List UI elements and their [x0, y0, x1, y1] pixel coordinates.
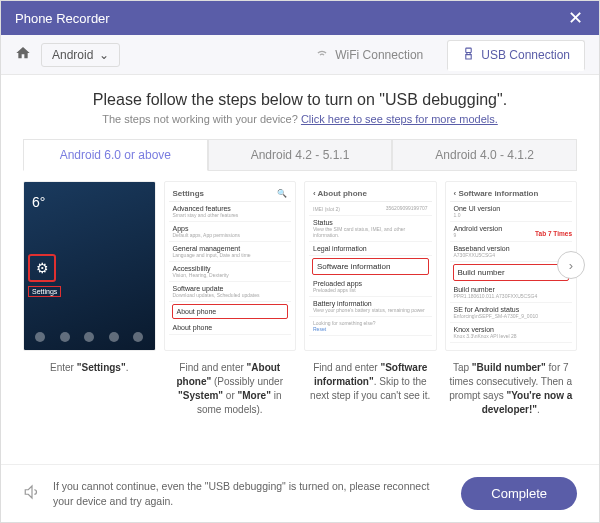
usb-label: USB Connection: [481, 48, 570, 62]
step-4: ‹ Software information One UI version1.0…: [445, 181, 578, 417]
chevron-down-icon: ⌄: [99, 48, 109, 62]
gear-icon: ⚙: [28, 254, 56, 282]
search-icon: 🔍: [277, 189, 287, 198]
step-1: 6° ⚙ Settings Enter "Settings".: [23, 181, 156, 375]
footer-note: If you cannot continue, even the "USB de…: [53, 479, 449, 508]
tap-7-label: Tab 7 Times: [535, 230, 572, 237]
tab-wifi-connection[interactable]: WiFi Connection: [301, 40, 437, 69]
step-4-caption: Tap "Build number" for 7 times consecuti…: [445, 361, 578, 417]
tab-android-6[interactable]: Android 6.0 or above: [23, 139, 208, 171]
tab-android-40[interactable]: Android 4.0 - 4.1.2: [392, 139, 577, 170]
step-3-screenshot: ‹ About phone IMEI (slot 2) 356209099199…: [304, 181, 437, 351]
step-3-caption: Find and enter "Software information". S…: [304, 361, 437, 403]
usb-icon: [462, 47, 475, 63]
window-title: Phone Recorder: [15, 11, 110, 26]
home-icon[interactable]: [15, 45, 31, 64]
tab-android-42[interactable]: Android 4.2 - 5.1.1: [208, 139, 393, 170]
close-icon[interactable]: ✕: [565, 7, 585, 29]
footer: If you cannot continue, even the "USB de…: [1, 464, 599, 522]
page-title: Please follow the steps below to turn on…: [23, 91, 577, 109]
subtitle: The steps not working with your device? …: [23, 113, 577, 125]
wifi-icon: [315, 46, 329, 63]
step-1-screenshot: 6° ⚙ Settings: [23, 181, 156, 351]
step-2-screenshot: Settings🔍 Advanced featuresSmart stay an…: [164, 181, 297, 351]
tab-usb-connection[interactable]: USB Connection: [447, 40, 585, 71]
titlebar: Phone Recorder ✕: [1, 1, 599, 35]
version-tabs: Android 6.0 or above Android 4.2 - 5.1.1…: [23, 139, 577, 171]
device-select[interactable]: Android ⌄: [41, 43, 120, 67]
svg-rect-0: [466, 48, 471, 52]
device-label: Android: [52, 48, 93, 62]
app-window: Phone Recorder ✕ Android ⌄ WiFi Connecti…: [0, 0, 600, 523]
content: Please follow the steps below to turn on…: [1, 75, 599, 464]
steps-container: 6° ⚙ Settings Enter "Settings". Settings…: [23, 181, 577, 417]
step-1-caption: Enter "Settings".: [48, 361, 130, 375]
speaker-icon: [23, 483, 41, 505]
next-arrow-icon[interactable]: ›: [557, 251, 585, 279]
complete-button[interactable]: Complete: [461, 477, 577, 510]
step-3: ‹ About phone IMEI (slot 2) 356209099199…: [304, 181, 437, 403]
step-2: Settings🔍 Advanced featuresSmart stay an…: [164, 181, 297, 417]
step-2-caption: Find and enter "About phone" (Possibly u…: [164, 361, 297, 417]
wifi-label: WiFi Connection: [335, 48, 423, 62]
toolbar: Android ⌄ WiFi Connection USB Connection: [1, 35, 599, 75]
more-models-link[interactable]: Click here to see steps for more models.: [301, 113, 498, 125]
